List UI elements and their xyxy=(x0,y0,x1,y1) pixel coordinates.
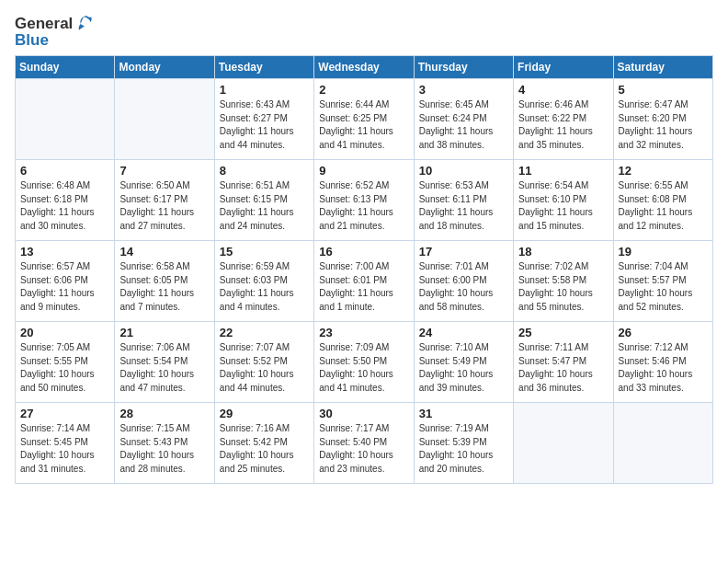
calendar-cell: 29Sunrise: 7:16 AM Sunset: 5:42 PM Dayli… xyxy=(214,403,313,484)
calendar-week-row: 1Sunrise: 6:43 AM Sunset: 6:27 PM Daylig… xyxy=(16,79,713,160)
day-number: 14 xyxy=(119,245,209,259)
day-number: 9 xyxy=(319,164,408,178)
day-info: Sunrise: 7:00 AM Sunset: 6:01 PM Dayligh… xyxy=(319,260,408,314)
calendar-cell: 31Sunrise: 7:19 AM Sunset: 5:39 PM Dayli… xyxy=(414,403,513,484)
day-info: Sunrise: 7:09 AM Sunset: 5:50 PM Dayligh… xyxy=(319,341,408,395)
day-number: 24 xyxy=(419,326,508,339)
day-number: 22 xyxy=(220,326,309,339)
calendar-cell: 15Sunrise: 6:59 AM Sunset: 6:03 PM Dayli… xyxy=(214,241,313,322)
day-of-week-header: Sunday xyxy=(16,56,115,79)
page-header: General Blue xyxy=(15,15,713,50)
day-info: Sunrise: 6:47 AM Sunset: 6:20 PM Dayligh… xyxy=(619,98,708,152)
day-info: Sunrise: 6:53 AM Sunset: 6:11 PM Dayligh… xyxy=(419,179,508,233)
calendar-cell: 14Sunrise: 6:58 AM Sunset: 6:05 PM Dayli… xyxy=(115,241,214,322)
day-info: Sunrise: 7:15 AM Sunset: 5:43 PM Dayligh… xyxy=(119,422,209,476)
day-info: Sunrise: 6:55 AM Sunset: 6:08 PM Dayligh… xyxy=(619,179,708,233)
day-number: 17 xyxy=(419,245,508,259)
day-info: Sunrise: 6:45 AM Sunset: 6:24 PM Dayligh… xyxy=(419,98,508,152)
day-number: 8 xyxy=(220,164,309,178)
calendar-cell: 9Sunrise: 6:52 AM Sunset: 6:13 PM Daylig… xyxy=(314,160,414,241)
day-of-week-header: Monday xyxy=(115,56,214,79)
calendar-cell: 3Sunrise: 6:45 AM Sunset: 6:24 PM Daylig… xyxy=(414,79,513,160)
day-info: Sunrise: 6:50 AM Sunset: 6:17 PM Dayligh… xyxy=(119,179,209,233)
day-number: 23 xyxy=(319,326,408,339)
day-info: Sunrise: 6:52 AM Sunset: 6:13 PM Dayligh… xyxy=(319,179,408,233)
day-number: 5 xyxy=(619,83,708,97)
calendar-cell: 26Sunrise: 7:12 AM Sunset: 5:46 PM Dayli… xyxy=(613,322,712,403)
day-info: Sunrise: 7:02 AM Sunset: 5:58 PM Dayligh… xyxy=(518,260,608,314)
day-info: Sunrise: 7:11 AM Sunset: 5:47 PM Dayligh… xyxy=(518,341,608,395)
day-number: 21 xyxy=(119,326,209,339)
day-of-week-header: Wednesday xyxy=(314,56,414,79)
day-number: 30 xyxy=(319,407,408,420)
calendar-cell: 12Sunrise: 6:55 AM Sunset: 6:08 PM Dayli… xyxy=(613,160,712,241)
day-info: Sunrise: 7:05 AM Sunset: 5:55 PM Dayligh… xyxy=(20,341,109,395)
day-info: Sunrise: 6:58 AM Sunset: 6:05 PM Dayligh… xyxy=(119,260,209,314)
calendar-week-row: 13Sunrise: 6:57 AM Sunset: 6:06 PM Dayli… xyxy=(16,241,713,322)
day-info: Sunrise: 7:17 AM Sunset: 5:40 PM Dayligh… xyxy=(319,422,408,476)
calendar-cell xyxy=(514,403,613,484)
day-of-week-header: Saturday xyxy=(613,56,712,79)
day-info: Sunrise: 7:01 AM Sunset: 6:00 PM Dayligh… xyxy=(419,260,508,314)
calendar-table: SundayMondayTuesdayWednesdayThursdayFrid… xyxy=(15,55,713,484)
calendar-cell: 18Sunrise: 7:02 AM Sunset: 5:58 PM Dayli… xyxy=(514,241,613,322)
day-number: 7 xyxy=(119,164,209,178)
day-info: Sunrise: 7:07 AM Sunset: 5:52 PM Dayligh… xyxy=(220,341,309,395)
day-number: 18 xyxy=(518,245,608,259)
calendar-cell: 8Sunrise: 6:51 AM Sunset: 6:15 PM Daylig… xyxy=(214,160,313,241)
calendar-header-row: SundayMondayTuesdayWednesdayThursdayFrid… xyxy=(16,56,713,79)
day-info: Sunrise: 6:43 AM Sunset: 6:27 PM Dayligh… xyxy=(220,98,309,152)
day-number: 15 xyxy=(220,245,309,259)
day-number: 4 xyxy=(518,83,608,97)
calendar-cell xyxy=(613,403,712,484)
calendar-cell: 25Sunrise: 7:11 AM Sunset: 5:47 PM Dayli… xyxy=(514,322,613,403)
day-number: 19 xyxy=(619,245,708,259)
calendar-cell: 27Sunrise: 7:14 AM Sunset: 5:45 PM Dayli… xyxy=(16,403,115,484)
day-info: Sunrise: 7:10 AM Sunset: 5:49 PM Dayligh… xyxy=(419,341,508,395)
calendar-cell: 19Sunrise: 7:04 AM Sunset: 5:57 PM Dayli… xyxy=(613,241,712,322)
calendar-cell: 6Sunrise: 6:48 AM Sunset: 6:18 PM Daylig… xyxy=(16,160,115,241)
day-number: 2 xyxy=(319,83,408,97)
day-number: 29 xyxy=(220,407,309,420)
day-info: Sunrise: 7:16 AM Sunset: 5:42 PM Dayligh… xyxy=(220,422,309,476)
day-number: 10 xyxy=(419,164,508,178)
calendar-cell: 7Sunrise: 6:50 AM Sunset: 6:17 PM Daylig… xyxy=(115,160,214,241)
logo: General Blue xyxy=(15,15,93,50)
calendar-cell: 16Sunrise: 7:00 AM Sunset: 6:01 PM Dayli… xyxy=(314,241,414,322)
day-info: Sunrise: 7:04 AM Sunset: 5:57 PM Dayligh… xyxy=(619,260,708,314)
calendar-cell xyxy=(16,79,115,160)
calendar-cell: 13Sunrise: 6:57 AM Sunset: 6:06 PM Dayli… xyxy=(16,241,115,322)
calendar-cell: 11Sunrise: 6:54 AM Sunset: 6:10 PM Dayli… xyxy=(514,160,613,241)
day-number: 28 xyxy=(119,407,209,420)
day-number: 25 xyxy=(518,326,608,339)
day-number: 31 xyxy=(419,407,508,420)
day-info: Sunrise: 6:54 AM Sunset: 6:10 PM Dayligh… xyxy=(518,179,608,233)
day-of-week-header: Thursday xyxy=(414,56,513,79)
day-info: Sunrise: 6:57 AM Sunset: 6:06 PM Dayligh… xyxy=(20,260,109,314)
day-number: 20 xyxy=(20,326,109,339)
day-of-week-header: Tuesday xyxy=(214,56,313,79)
day-info: Sunrise: 6:59 AM Sunset: 6:03 PM Dayligh… xyxy=(220,260,309,314)
logo-bird-icon xyxy=(74,15,93,33)
calendar-cell: 23Sunrise: 7:09 AM Sunset: 5:50 PM Dayli… xyxy=(314,322,414,403)
calendar-cell: 17Sunrise: 7:01 AM Sunset: 6:00 PM Dayli… xyxy=(414,241,513,322)
calendar-week-row: 27Sunrise: 7:14 AM Sunset: 5:45 PM Dayli… xyxy=(16,403,713,484)
day-number: 26 xyxy=(619,326,708,339)
day-of-week-header: Friday xyxy=(514,56,613,79)
day-info: Sunrise: 6:51 AM Sunset: 6:15 PM Dayligh… xyxy=(220,179,309,233)
calendar-cell: 1Sunrise: 6:43 AM Sunset: 6:27 PM Daylig… xyxy=(214,79,313,160)
calendar-cell: 21Sunrise: 7:06 AM Sunset: 5:54 PM Dayli… xyxy=(115,322,214,403)
logo-blue-text: Blue xyxy=(15,31,49,50)
calendar-cell: 28Sunrise: 7:15 AM Sunset: 5:43 PM Dayli… xyxy=(115,403,214,484)
day-number: 6 xyxy=(20,164,109,178)
day-info: Sunrise: 6:48 AM Sunset: 6:18 PM Dayligh… xyxy=(20,179,109,233)
calendar-cell: 20Sunrise: 7:05 AM Sunset: 5:55 PM Dayli… xyxy=(16,322,115,403)
calendar-week-row: 20Sunrise: 7:05 AM Sunset: 5:55 PM Dayli… xyxy=(16,322,713,403)
day-number: 1 xyxy=(220,83,309,97)
day-number: 27 xyxy=(20,407,109,420)
calendar-cell xyxy=(115,79,214,160)
calendar-cell: 2Sunrise: 6:44 AM Sunset: 6:25 PM Daylig… xyxy=(314,79,414,160)
day-number: 11 xyxy=(518,164,608,178)
day-info: Sunrise: 6:44 AM Sunset: 6:25 PM Dayligh… xyxy=(319,98,408,152)
day-info: Sunrise: 6:46 AM Sunset: 6:22 PM Dayligh… xyxy=(518,98,608,152)
